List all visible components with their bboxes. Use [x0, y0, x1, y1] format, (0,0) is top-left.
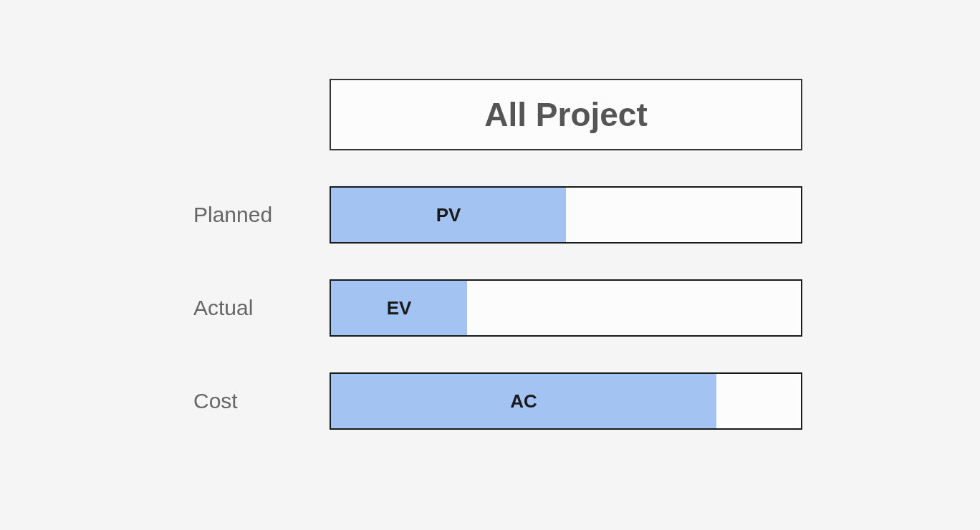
- bar-outer-cost: AC: [330, 372, 802, 430]
- bar-outer-planned: PV: [330, 186, 802, 244]
- bar-fill-label-cost: AC: [510, 390, 537, 413]
- bar-fill-actual: EV: [331, 281, 467, 335]
- bar-fill-planned: PV: [331, 188, 566, 242]
- title-box: All Project: [330, 79, 802, 150]
- label-cost: Cost: [193, 389, 322, 413]
- bar-outer-actual: EV: [330, 279, 802, 337]
- bar-fill-label-actual: EV: [387, 297, 412, 319]
- bar-fill-label-planned: PV: [436, 204, 461, 226]
- title-text: All Project: [484, 95, 648, 134]
- bar-fill-cost: AC: [331, 374, 716, 428]
- label-planned: Planned: [193, 203, 322, 227]
- label-actual: Actual: [193, 296, 322, 320]
